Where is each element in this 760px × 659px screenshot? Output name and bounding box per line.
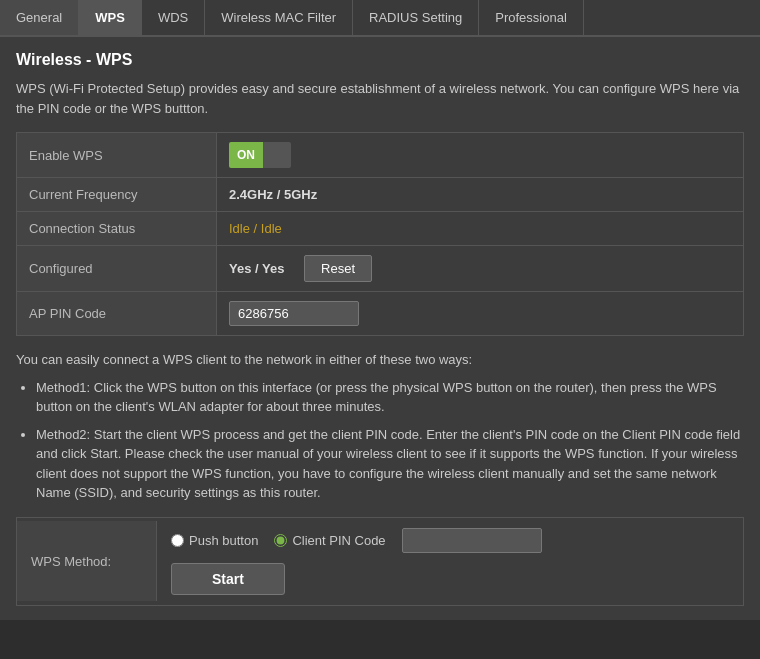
configured-row: Configured Yes / Yes Reset bbox=[17, 246, 744, 292]
client-pin-option[interactable]: Client PIN Code bbox=[274, 533, 385, 548]
main-content: Wireless - WPS WPS (Wi-Fi Protected Setu… bbox=[0, 37, 760, 620]
wps-method-content: Push button Client PIN Code Start bbox=[157, 518, 743, 605]
radio-row: Push button Client PIN Code bbox=[171, 528, 729, 553]
wps-method-label: WPS Method: bbox=[17, 521, 157, 601]
tab-wds[interactable]: WDS bbox=[142, 0, 205, 35]
tab-general[interactable]: General bbox=[0, 0, 79, 35]
connection-status-value: Idle / Idle bbox=[217, 212, 744, 246]
page-title: Wireless - WPS bbox=[16, 51, 744, 69]
toggle-off-part bbox=[263, 142, 291, 168]
tab-professional[interactable]: Professional bbox=[479, 0, 584, 35]
client-pin-radio[interactable] bbox=[274, 534, 287, 547]
instruction-method1: Method1: Click the WPS button on this in… bbox=[36, 378, 744, 417]
push-button-radio[interactable] bbox=[171, 534, 184, 547]
connection-status-row: Connection Status Idle / Idle bbox=[17, 212, 744, 246]
client-pin-label: Client PIN Code bbox=[292, 533, 385, 548]
tab-radius-setting[interactable]: RADIUS Setting bbox=[353, 0, 479, 35]
enable-wps-label: Enable WPS bbox=[17, 133, 217, 178]
toggle-switch[interactable]: ON bbox=[229, 142, 731, 168]
instructions-section: You can easily connect a WPS client to t… bbox=[16, 350, 744, 503]
current-frequency-value: 2.4GHz / 5GHz bbox=[217, 178, 744, 212]
start-button-row: Start bbox=[171, 563, 729, 595]
tab-wps[interactable]: WPS bbox=[79, 0, 142, 35]
ap-pin-code-cell bbox=[217, 292, 744, 336]
page-description: WPS (Wi-Fi Protected Setup) provides eas… bbox=[16, 79, 744, 118]
wps-method-row: WPS Method: Push button Client PIN Code … bbox=[17, 518, 743, 605]
start-button[interactable]: Start bbox=[171, 563, 285, 595]
connection-status-label: Connection Status bbox=[17, 212, 217, 246]
enable-wps-value: ON bbox=[217, 133, 744, 178]
tab-bar: General WPS WDS Wireless MAC Filter RADI… bbox=[0, 0, 760, 37]
ap-pin-code-row: AP PIN Code bbox=[17, 292, 744, 336]
instructions-list: Method1: Click the WPS button on this in… bbox=[36, 378, 744, 503]
configured-value-cell: Yes / Yes Reset bbox=[217, 246, 744, 292]
ap-pin-code-label: AP PIN Code bbox=[17, 292, 217, 336]
current-frequency-label: Current Frequency bbox=[17, 178, 217, 212]
instructions-intro: You can easily connect a WPS client to t… bbox=[16, 350, 744, 370]
push-button-option[interactable]: Push button bbox=[171, 533, 258, 548]
configured-label: Configured bbox=[17, 246, 217, 292]
ap-pin-code-input[interactable] bbox=[229, 301, 359, 326]
tab-wireless-mac-filter[interactable]: Wireless MAC Filter bbox=[205, 0, 353, 35]
configured-value: Yes / Yes bbox=[229, 261, 284, 276]
current-frequency-row: Current Frequency 2.4GHz / 5GHz bbox=[17, 178, 744, 212]
toggle-on-label: ON bbox=[229, 142, 263, 168]
enable-wps-row: Enable WPS ON bbox=[17, 133, 744, 178]
client-pin-input[interactable] bbox=[402, 528, 542, 553]
wps-method-section: WPS Method: Push button Client PIN Code … bbox=[16, 517, 744, 606]
instruction-method2: Method2: Start the client WPS process an… bbox=[36, 425, 744, 503]
settings-table: Enable WPS ON Current Frequency 2.4GHz /… bbox=[16, 132, 744, 336]
push-button-label: Push button bbox=[189, 533, 258, 548]
reset-button[interactable]: Reset bbox=[304, 255, 372, 282]
